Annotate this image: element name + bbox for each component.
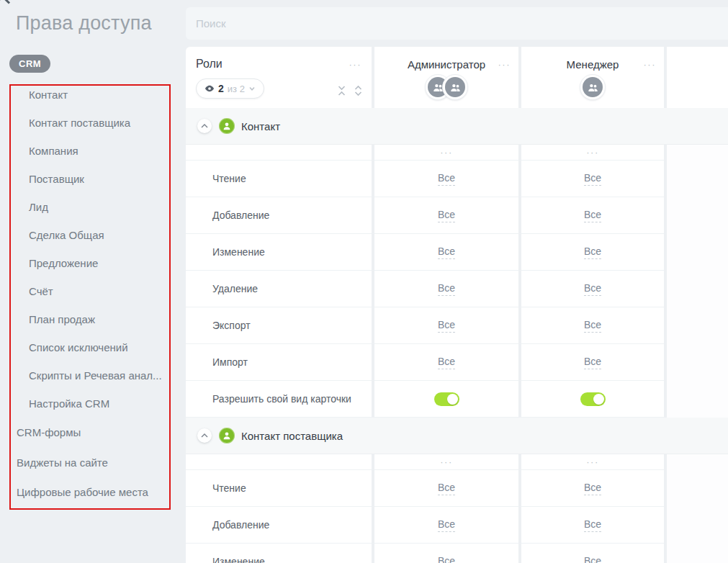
sidebar-item[interactable]: Виджеты на сайте xyxy=(0,448,180,478)
section-title: Контакт xyxy=(241,120,280,132)
section-collapse-button[interactable] xyxy=(197,428,212,443)
toggle-knob xyxy=(447,394,458,405)
permission-value-link[interactable]: Все xyxy=(438,319,455,333)
permission-value-link[interactable]: Все xyxy=(584,356,601,369)
micro-row-filler xyxy=(667,145,728,161)
permission-row-label: Чтение xyxy=(186,161,372,197)
permission-value-link[interactable]: Все xyxy=(438,356,455,369)
permission-row-label: Добавление xyxy=(186,507,372,544)
sidebar-item[interactable]: Предложение xyxy=(0,249,180,277)
permission-value-cell: Все xyxy=(521,161,664,197)
roles-header-cell: Роли ··· 2 из 2 xyxy=(186,47,372,108)
permission-value-link[interactable]: Все xyxy=(584,282,601,296)
slider-close-arrow-icon[interactable] xyxy=(0,0,10,10)
roles-header-title: Роли xyxy=(196,58,223,71)
row-filler xyxy=(667,381,728,418)
row-filler xyxy=(667,271,728,307)
section-collapse-button[interactable] xyxy=(197,119,212,133)
permission-value-link[interactable]: Все xyxy=(584,246,601,259)
sidebar-item[interactable]: Счёт xyxy=(0,277,180,305)
permission-value-cell: Все xyxy=(374,344,518,381)
column-menu-icon[interactable]: ··· xyxy=(440,148,453,157)
column-menu-icon[interactable]: ··· xyxy=(586,148,599,157)
row-filler xyxy=(667,344,728,381)
column-menu-cell: ··· xyxy=(374,454,518,470)
permission-value-link[interactable]: Все xyxy=(584,482,601,495)
permission-value-link[interactable]: Все xyxy=(438,518,455,532)
permission-value-link[interactable]: Все xyxy=(584,172,601,186)
chevron-down-icon xyxy=(248,85,256,92)
role-avatars[interactable] xyxy=(374,74,518,100)
row-filler xyxy=(667,197,728,234)
roles-filter-of-label: из 2 xyxy=(228,84,245,94)
permission-toggle[interactable] xyxy=(434,392,459,406)
row-filler xyxy=(667,307,728,344)
permission-value-link[interactable]: Все xyxy=(438,172,455,186)
role-name: Администратор xyxy=(374,58,518,71)
micro-row-filler xyxy=(667,454,728,470)
page-title: Права доступа xyxy=(16,12,152,35)
roles-filter-count: 2 xyxy=(218,83,224,94)
column-menu-icon[interactable]: ··· xyxy=(440,457,453,467)
permission-value-link[interactable]: Все xyxy=(584,209,601,222)
section-header: Контакт xyxy=(186,108,728,145)
sidebar-item[interactable]: Лид xyxy=(0,193,180,221)
permission-value-cell: Все xyxy=(521,507,664,544)
permission-value-link[interactable]: Все xyxy=(438,209,455,222)
permission-value-cell xyxy=(374,381,518,418)
permission-row-label: Удаление xyxy=(186,271,372,307)
permission-row-label: Экспорт xyxy=(186,307,372,344)
column-menu-cell: ··· xyxy=(374,145,518,161)
permission-value-cell: Все xyxy=(521,544,664,563)
permission-value-cell: Все xyxy=(374,234,518,271)
permission-value-cell: Все xyxy=(521,307,664,344)
permission-row-label: Разрешить свой вид карточки xyxy=(186,381,372,418)
role-avatars[interactable] xyxy=(521,74,664,100)
permission-value-link[interactable]: Все xyxy=(438,555,455,563)
permission-row-label: Изменение xyxy=(186,544,372,563)
roles-menu-icon[interactable]: ··· xyxy=(349,60,362,69)
sidebar-item[interactable]: Контакт поставщика xyxy=(0,109,180,137)
permission-value-cell xyxy=(521,381,664,418)
micro-row-filler xyxy=(186,454,372,470)
permission-value-cell: Все xyxy=(374,197,518,234)
permission-row-label: Импорт xyxy=(186,344,372,381)
sidebar-item[interactable]: CRM-формы xyxy=(0,418,180,448)
sidebar-item[interactable]: Контакт xyxy=(0,81,180,109)
permission-value-cell: Все xyxy=(374,507,518,544)
row-filler xyxy=(667,161,728,197)
permission-value-cell: Все xyxy=(374,544,518,563)
permission-value-cell: Все xyxy=(374,271,518,307)
sidebar-item[interactable]: Скрипты и Речевая анал... xyxy=(0,361,180,389)
permission-value-link[interactable]: Все xyxy=(584,555,601,563)
sidebar-item[interactable]: Настройка CRM xyxy=(0,389,180,418)
permission-value-link[interactable]: Все xyxy=(584,518,601,532)
table-header-filler xyxy=(667,47,728,108)
row-filler xyxy=(667,544,728,563)
sidebar-item[interactable]: Поставщик xyxy=(0,165,180,193)
search-input[interactable] xyxy=(186,7,728,40)
expand-all-icon[interactable] xyxy=(354,85,363,96)
role-column-header-manager: Менеджер ··· xyxy=(521,47,664,108)
roles-filter-chip[interactable]: 2 из 2 xyxy=(196,78,264,99)
sidebar-item[interactable]: План продаж xyxy=(0,305,180,333)
sidebar-item[interactable]: Список исключений xyxy=(0,333,180,361)
permission-value-link[interactable]: Все xyxy=(438,282,455,296)
sidebar-item[interactable]: Сделка Общая xyxy=(0,221,180,249)
permission-value-link[interactable]: Все xyxy=(584,319,601,333)
group-avatar-icon xyxy=(445,77,465,97)
permission-toggle[interactable] xyxy=(580,392,606,406)
permission-row-label: Добавление xyxy=(186,197,372,234)
permission-value-link[interactable]: Все xyxy=(438,246,455,259)
column-menu-icon[interactable]: ··· xyxy=(586,457,599,467)
sidebar-item[interactable]: Цифровые рабочие места xyxy=(0,477,180,508)
role-menu-icon[interactable]: ··· xyxy=(644,60,657,69)
column-menu-cell: ··· xyxy=(521,145,664,161)
toggle-knob xyxy=(593,394,604,405)
collapse-all-icon[interactable] xyxy=(337,85,346,96)
permission-value-link[interactable]: Все xyxy=(438,482,455,495)
permission-value-cell: Все xyxy=(521,197,664,234)
role-menu-icon[interactable]: ··· xyxy=(498,60,511,69)
group-avatar-icon xyxy=(583,77,603,97)
sidebar-item[interactable]: Компания xyxy=(0,137,180,165)
